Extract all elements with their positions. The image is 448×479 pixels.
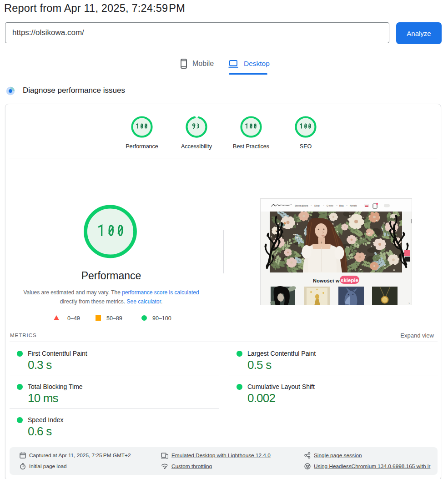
svg-text:90–100: 90–100	[152, 315, 171, 322]
svg-text:˅: ˅	[408, 302, 410, 305]
svg-text:Nowości w: Nowości w	[313, 278, 340, 283]
svg-text:Sklep: Sklep	[314, 205, 320, 207]
svg-text:50–89: 50–89	[106, 315, 122, 322]
svg-text:Blog: Blog	[339, 205, 344, 207]
svg-text:O mnie: O mnie	[327, 205, 333, 207]
svg-text:0–49: 0–49	[67, 315, 80, 322]
svg-text:Kontakt: Kontakt	[350, 205, 357, 207]
svg-text:sklepie: sklepie	[341, 277, 358, 283]
svg-text:Strona główna: Strona główna	[295, 205, 308, 207]
